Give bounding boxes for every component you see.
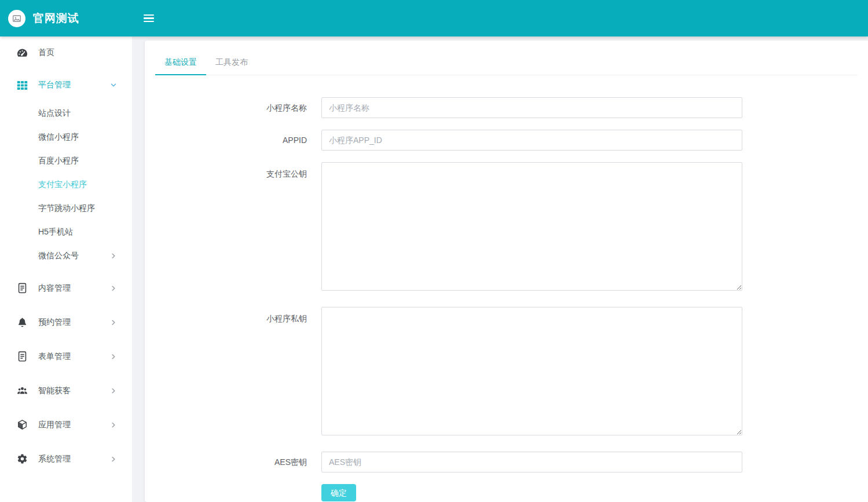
- aes-key-input[interactable]: [321, 452, 742, 472]
- sidebar-item-forms[interactable]: 表单管理: [0, 339, 132, 373]
- sidebar-item-label: 字节跳动小程序: [38, 203, 117, 214]
- brand-area: 官网测试: [0, 10, 132, 27]
- tab-basic-settings[interactable]: 基础设置: [155, 51, 206, 75]
- sidebar-item-label: 微信小程序: [38, 132, 117, 142]
- users-icon: [17, 385, 28, 396]
- settings-card: 基础设置 工具发布 小程序名称 APPID 支付宝公钥: [145, 41, 868, 502]
- appid-input[interactable]: [321, 130, 742, 151]
- sidebar-item-label: 支付宝小程序: [38, 179, 117, 190]
- image-icon: [12, 14, 21, 23]
- grid-icon: [17, 80, 28, 91]
- sidebar-item-home[interactable]: 首页: [0, 36, 132, 69]
- sidebar-item-label: 应用管理: [38, 420, 110, 430]
- form-row: 小程序私钥: [145, 307, 868, 437]
- gear-icon: [17, 453, 28, 464]
- form-row: 支付宝公钥: [145, 162, 868, 292]
- field-label-aes-key: AES密钥: [145, 452, 307, 472]
- top-header: 官网测试: [0, 0, 868, 36]
- sidebar-item-label: 首页: [38, 47, 117, 58]
- miniprogram-name-input[interactable]: [321, 97, 742, 118]
- field-label-miniprogram-private-key: 小程序私钥: [145, 307, 307, 324]
- sidebar-item-label: 内容管理: [38, 283, 110, 294]
- confirm-button[interactable]: 确定: [321, 484, 356, 501]
- sidebar-item-label: 预约管理: [38, 317, 110, 328]
- sidebar: 首页 平台管理 站点设计 微信小程序 百度小程序 支付宝小程序 字节跳动小程序 …: [0, 36, 132, 502]
- form-icon: [17, 351, 28, 362]
- sidebar-item-label: 微信公众号: [38, 251, 110, 261]
- form-row: APPID: [145, 130, 868, 151]
- sidebar-item-apps[interactable]: 应用管理: [0, 408, 132, 442]
- field-label-miniprogram-name: 小程序名称: [145, 97, 307, 118]
- field-label-appid: APPID: [145, 130, 307, 151]
- chevron-right-icon: [110, 285, 117, 292]
- dashboard-icon: [17, 47, 28, 58]
- sidebar-subitem-site-design[interactable]: 站点设计: [0, 101, 132, 125]
- document-icon: [17, 283, 28, 294]
- sidebar-item-content[interactable]: 内容管理: [0, 271, 132, 305]
- chevron-right-icon: [110, 319, 117, 326]
- field-label-alipay-public-key: 支付宝公钥: [145, 162, 307, 179]
- chevron-right-icon: [110, 387, 117, 394]
- sidebar-item-system[interactable]: 系统管理: [0, 442, 132, 476]
- sidebar-item-label: 站点设计: [38, 108, 117, 119]
- tab-tool-publish[interactable]: 工具发布: [206, 51, 257, 75]
- cube-icon: [17, 419, 28, 430]
- sidebar-subitem-wechat-miniprogram[interactable]: 微信小程序: [0, 125, 132, 149]
- settings-form: 小程序名称 APPID 支付宝公钥 小程序私钥: [145, 97, 868, 501]
- alipay-public-key-textarea[interactable]: [321, 162, 742, 291]
- sidebar-item-label: H5手机站: [38, 227, 117, 237]
- form-row: 小程序名称: [145, 97, 868, 118]
- sidebar-item-platform[interactable]: 平台管理: [0, 69, 132, 101]
- chevron-right-icon: [110, 252, 117, 259]
- avatar: [8, 10, 25, 27]
- sidebar-subitem-bytedance-miniprogram[interactable]: 字节跳动小程序: [0, 196, 132, 220]
- sidebar-subitem-baidu-miniprogram[interactable]: 百度小程序: [0, 149, 132, 173]
- miniprogram-private-key-textarea[interactable]: [321, 307, 742, 435]
- chevron-right-icon: [110, 353, 117, 360]
- app-title: 官网测试: [33, 11, 79, 26]
- form-row: AES密钥: [145, 452, 868, 472]
- sidebar-item-appointment[interactable]: 预约管理: [0, 305, 132, 339]
- chevron-right-icon: [110, 422, 117, 428]
- chevron-right-icon: [110, 456, 117, 463]
- sidebar-subitem-alipay-miniprogram[interactable]: 支付宝小程序: [0, 173, 132, 196]
- chevron-down-icon: [110, 82, 117, 89]
- sidebar-subitem-wechat-official[interactable]: 微信公众号: [0, 244, 132, 268]
- tab-bar: 基础设置 工具发布: [155, 41, 858, 75]
- sidebar-item-label: 表单管理: [38, 351, 110, 362]
- bell-icon: [17, 317, 28, 328]
- sidebar-item-label: 系统管理: [38, 454, 110, 464]
- sidebar-item-label: 百度小程序: [38, 156, 117, 166]
- sidebar-subitem-h5-mobile[interactable]: H5手机站: [0, 220, 132, 244]
- sidebar-item-label: 智能获客: [38, 386, 110, 396]
- sidebar-item-label: 平台管理: [38, 80, 110, 90]
- sidebar-item-smart-acquisition[interactable]: 智能获客: [0, 373, 132, 408]
- hamburger-icon[interactable]: [144, 13, 154, 24]
- main-content: 基础设置 工具发布 小程序名称 APPID 支付宝公钥: [132, 36, 868, 502]
